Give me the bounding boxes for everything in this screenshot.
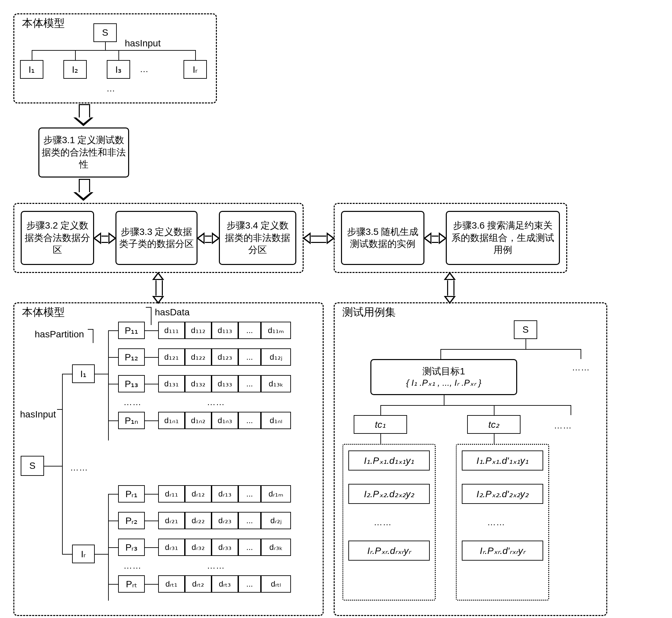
connector xyxy=(494,405,494,415)
arrow-33-34 xyxy=(198,232,218,244)
tc-top-ellipsis: …… xyxy=(572,363,590,373)
connector xyxy=(32,50,32,60)
Ir-top: Iᵣ xyxy=(184,60,207,79)
arrow-35-36 xyxy=(425,232,445,244)
connector xyxy=(108,384,118,385)
connector xyxy=(145,521,158,521)
dr12: dᵣ₁₂ xyxy=(185,485,212,503)
diagram-canvas: 本体模型 S hasInput I₁ I₂ I₃ ... Iᵣ ... 步骤3.… xyxy=(7,7,672,618)
connector xyxy=(108,584,118,585)
drtl: dᵣₜₗ xyxy=(261,575,291,593)
connector xyxy=(32,50,195,51)
top-ontology-title: 本体模型 xyxy=(20,16,67,31)
tc-ellipsis: …… xyxy=(554,420,572,431)
input-ellipsis: …… xyxy=(70,462,88,473)
connector xyxy=(145,494,158,495)
P1n: P₁ₙ xyxy=(118,412,145,429)
tc2-rr: Iᵣ.Pₓᵣ.d'ᵣₓᵣyᵣ xyxy=(462,541,543,560)
tc2: tc₂ xyxy=(467,415,521,434)
tc1-rr: Iᵣ.Pₓᵣ.dᵣₓᵣyᵣ xyxy=(348,541,430,560)
tc1: tc₁ xyxy=(354,415,407,434)
dr13: dᵣ₁₃ xyxy=(212,485,238,503)
tc-root-S: S xyxy=(514,320,537,339)
connector xyxy=(75,50,76,60)
hasInput-label-top: hasInput xyxy=(123,38,162,49)
connector xyxy=(444,395,444,405)
step-3-5: 步骤3.5 随机生成测试数据的实例 xyxy=(341,211,424,265)
hasPartition-label: hasPartition xyxy=(33,329,85,340)
connector xyxy=(145,547,158,548)
step-3-4: 步骤3.4 定义数据类的非法数据分区 xyxy=(219,211,296,265)
connector xyxy=(380,405,381,415)
dr-ellipsis: …… xyxy=(207,560,225,571)
dr11: dᵣ₁₁ xyxy=(158,485,185,503)
Pr2: Pᵣ₂ xyxy=(118,512,145,529)
Pr3: Pᵣ₃ xyxy=(118,539,145,556)
I-ellipsis-top: ... xyxy=(140,64,148,75)
arrow-leftgroup-botontology xyxy=(152,274,164,302)
connector xyxy=(62,374,72,375)
tc1-r1: I₁.Pₓ₁.d₁ₓ₁y₁ xyxy=(348,450,430,471)
d131: d₁₃₁ xyxy=(158,375,185,392)
tc2-r2: I₂.Pₓ₂.d'₂ₓ₂y₂ xyxy=(462,484,543,504)
step-3-1: 步骤3.1 定义测试数据类的合法性和非法性 xyxy=(38,127,129,178)
d11-ell: ... xyxy=(238,322,261,339)
connector xyxy=(95,554,108,554)
connector xyxy=(380,405,571,406)
d13-ell: ... xyxy=(238,375,261,392)
connector xyxy=(494,434,494,444)
connector xyxy=(105,42,106,50)
target-title: 测试目标1 xyxy=(422,366,465,378)
tc2-ell: …… xyxy=(487,517,505,528)
d1n1: d₁ₙ₁ xyxy=(158,412,185,429)
target-set: { I₁ .Pₓ₁ , ..., Iᵣ .Pₓᵣ } xyxy=(406,378,481,389)
dr3k: dᵣ₃ₖ xyxy=(261,539,291,556)
connector xyxy=(108,330,109,440)
arrow-32-33 xyxy=(95,232,115,244)
arrow-left-right-groups xyxy=(304,232,333,244)
connector xyxy=(108,420,118,421)
connector xyxy=(62,554,72,554)
dr23: dᵣ₂₃ xyxy=(212,512,238,529)
I3-top: I₃ xyxy=(107,60,130,79)
connector xyxy=(195,50,196,60)
dr3-ell: ... xyxy=(238,539,261,556)
d1n2: d₁ₙ₂ xyxy=(185,412,212,429)
bottom-I1: I₁ xyxy=(72,365,95,383)
bottom-ontology-root-S: S xyxy=(21,456,44,476)
bottom-ontology-title: 本体模型 xyxy=(20,305,67,320)
d13k: d₁₃ₖ xyxy=(261,375,291,392)
tc2-r1: I₁.Pₓ₁.d'₁ₓ₁y₁ xyxy=(462,450,543,471)
pr-ellipsis: …… xyxy=(123,560,141,571)
I-bottom-ellipsis-top: ... xyxy=(107,83,115,94)
connector xyxy=(571,405,571,415)
testcase-title: 测试用例集 xyxy=(340,305,398,320)
connector xyxy=(93,329,93,343)
tc1-r2: I₂.Pₓ₂.d₂ₓ₂y₂ xyxy=(348,484,430,504)
dr1m: dᵣ₁ₘ xyxy=(261,485,291,503)
connector xyxy=(440,349,581,350)
dr2-ell: ... xyxy=(238,512,261,529)
drt-ell: ... xyxy=(238,575,261,593)
connector xyxy=(95,374,108,375)
drt2: dᵣₜ₂ xyxy=(185,575,212,593)
dr22: dᵣ₂₂ xyxy=(185,512,212,529)
p1-ellipsis: …… xyxy=(123,397,141,407)
Pr1: Pᵣ₁ xyxy=(118,485,145,503)
d1n3: d₁ₙ₃ xyxy=(212,412,238,429)
step-3-2: 步骤3.2 定义数据类合法数据分区 xyxy=(21,211,94,265)
I2-top: I₂ xyxy=(64,60,87,79)
Prt: Pᵣₜ xyxy=(118,575,145,593)
P11: P₁₁ xyxy=(118,322,145,339)
I1-top: I₁ xyxy=(20,60,43,79)
connector xyxy=(108,494,118,495)
connector xyxy=(108,521,118,521)
connector xyxy=(440,349,441,359)
d112: d₁₁₂ xyxy=(185,322,212,339)
d1n-ell: ... xyxy=(238,412,261,429)
step-3-6: 步骤3.6 搜索满足约束关系的数据组合，生成测试用例 xyxy=(446,211,560,265)
connector xyxy=(44,466,62,467)
connector xyxy=(145,584,158,585)
connector xyxy=(145,357,158,358)
hasData-label: hasData xyxy=(153,307,191,318)
